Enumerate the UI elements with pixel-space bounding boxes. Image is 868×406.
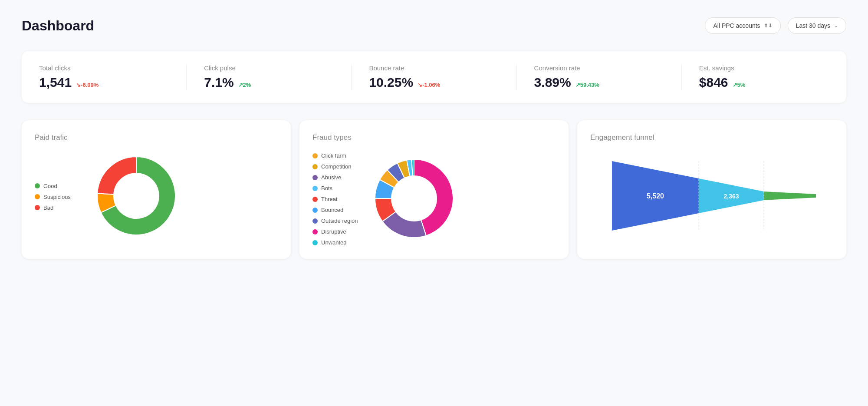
svg-marker-2 [764, 191, 816, 200]
legend-label: Suspicious [43, 194, 71, 200]
fraud-types-donut [371, 155, 457, 244]
accounts-dropdown[interactable]: All PPC accounts ⬆⬇ [705, 17, 780, 34]
stat-value: 10.25% [369, 75, 413, 90]
legend-item: Bad [35, 205, 82, 211]
legend-dot [35, 205, 40, 210]
stat-value: $846 [699, 75, 728, 90]
paid-traffic-legend: Good Suspicious Bad [35, 183, 82, 211]
legend-dot [312, 197, 318, 202]
paid-traffic-title: Paid trafic [35, 133, 278, 142]
legend-dot [312, 240, 318, 245]
paid-traffic-donut [93, 152, 180, 241]
legend-label: Abusive [321, 174, 341, 181]
fraud-types-legend: Click farm Competition Abusive Bots Thre… [312, 152, 360, 246]
stat-value-row: 3.89% ↗59.43% [534, 75, 664, 90]
legend-dot [35, 194, 40, 199]
stat-label: Conversion rate [534, 64, 664, 72]
stat-item: Click pulse 7.1% ↗2% [187, 64, 352, 90]
legend-dot [312, 208, 318, 213]
period-chevron-icon: ⌄ [834, 23, 838, 29]
legend-label: Bots [321, 185, 332, 191]
stat-item: Total clicks 1,541 ↘-6.09% [22, 64, 187, 90]
legend-item: Bots [312, 185, 360, 191]
engagement-funnel-card: Engagement funnel 5,5202,363 [577, 120, 846, 259]
legend-label: Competition [321, 163, 351, 170]
legend-item: Bounced [312, 207, 360, 213]
stat-value: 7.1% [204, 75, 233, 90]
header: Dashboard All PPC accounts ⬆⬇ Last 30 da… [22, 17, 846, 34]
period-label: Last 30 days [796, 22, 830, 29]
header-controls: All PPC accounts ⬆⬇ Last 30 days ⌄ [705, 17, 846, 34]
stat-change: ↗2% [238, 82, 251, 88]
stat-change: ↘-1.06% [418, 82, 440, 88]
legend-label: Bounced [321, 207, 343, 213]
stats-row: Total clicks 1,541 ↘-6.09% Click pulse 7… [22, 51, 846, 103]
legend-dot [312, 153, 318, 158]
legend-label: Good [43, 183, 57, 189]
legend-label: Outside region [321, 218, 358, 224]
legend-dot [312, 175, 318, 180]
fraud-types-card: Fraud types Click farm Competition Abusi… [299, 120, 569, 259]
legend-label: Disruptive [321, 228, 346, 235]
legend-item: Unwanted [312, 239, 360, 246]
funnel-svg: 5,5202,363 [590, 152, 833, 239]
legend-dot [35, 183, 40, 188]
paid-traffic-card: Paid trafic Good Suspicious Bad [22, 120, 291, 259]
legend-item: Good [35, 183, 82, 189]
stat-label: Est. savings [699, 64, 829, 72]
legend-item: Suspicious [35, 194, 82, 200]
legend-item: Competition [312, 163, 360, 170]
legend-item: Threat [312, 196, 360, 202]
stat-item: Bounce rate 10.25% ↘-1.06% [352, 64, 516, 90]
stat-value-row: $846 ↗5% [699, 75, 829, 90]
stat-label: Bounce rate [369, 64, 499, 72]
stat-change: ↗59.43% [575, 82, 599, 88]
period-dropdown[interactable]: Last 30 days ⌄ [788, 17, 846, 34]
paid-traffic-content: Good Suspicious Bad [35, 152, 278, 241]
fraud-types-title: Fraud types [312, 133, 556, 142]
stat-item: Conversion rate 3.89% ↗59.43% [517, 64, 682, 90]
svg-text:2,363: 2,363 [723, 193, 739, 200]
legend-item: Outside region [312, 218, 360, 224]
stat-label: Total clicks [39, 64, 169, 72]
stat-change: ↗5% [733, 82, 746, 88]
charts-row: Paid trafic Good Suspicious Bad Fraud ty… [22, 120, 846, 259]
stat-value-row: 1,541 ↘-6.09% [39, 75, 169, 90]
legend-label: Bad [43, 205, 53, 211]
legend-dot [312, 164, 318, 169]
funnel-wrapper: 5,5202,363 [590, 152, 833, 239]
fraud-types-content: Click farm Competition Abusive Bots Thre… [312, 152, 556, 246]
stat-value: 1,541 [39, 75, 72, 90]
stat-item: Est. savings $846 ↗5% [682, 64, 846, 90]
engagement-funnel-title: Engagement funnel [590, 133, 833, 142]
legend-label: Click farm [321, 152, 346, 159]
legend-item: Click farm [312, 152, 360, 159]
svg-text:5,520: 5,520 [647, 192, 664, 200]
accounts-chevron-icon: ⬆⬇ [764, 23, 773, 29]
legend-label: Unwanted [321, 239, 347, 246]
stat-change: ↘-6.09% [76, 82, 99, 88]
legend-label: Threat [321, 196, 338, 202]
legend-item: Disruptive [312, 228, 360, 235]
legend-dot [312, 229, 318, 234]
legend-dot [312, 218, 318, 224]
stat-value-row: 7.1% ↗2% [204, 75, 334, 90]
accounts-label: All PPC accounts [713, 22, 760, 29]
stat-value: 3.89% [534, 75, 571, 90]
page-title: Dashboard [22, 18, 94, 34]
stat-label: Click pulse [204, 64, 334, 72]
legend-item: Abusive [312, 174, 360, 181]
legend-dot [312, 186, 318, 191]
stat-value-row: 10.25% ↘-1.06% [369, 75, 499, 90]
